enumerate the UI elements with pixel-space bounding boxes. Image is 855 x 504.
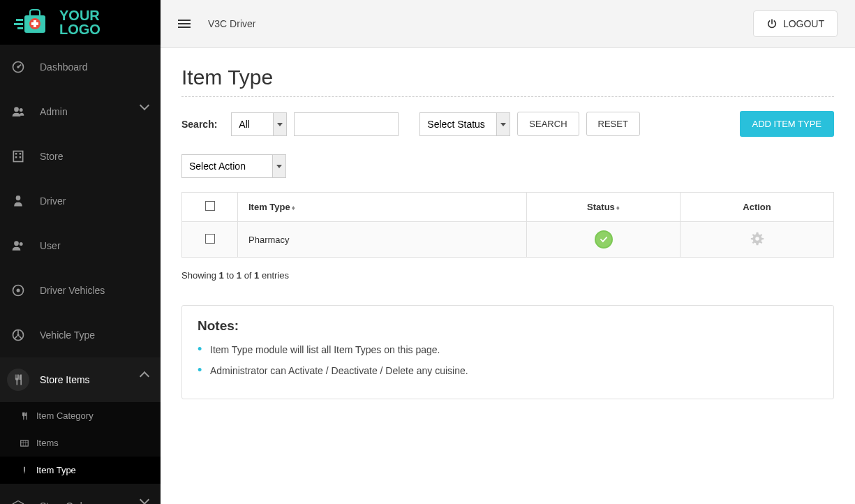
status-active-icon[interactable] <box>595 230 613 249</box>
cell-item-type: Pharmacy <box>238 222 527 258</box>
sidebar-item-label: Driver Vehicles <box>40 285 105 296</box>
svg-point-19 <box>14 241 19 246</box>
notes-title: Notes: <box>198 318 818 334</box>
building-icon <box>7 145 29 168</box>
sidebar-item-label: Store Orders <box>40 501 96 504</box>
col-status[interactable]: Status♦ <box>527 193 681 222</box>
utensils-small-icon <box>20 411 29 421</box>
row-checkbox[interactable] <box>205 234 215 244</box>
divider <box>181 96 834 97</box>
sidebar-item-label: Admin <box>40 106 68 117</box>
reset-button[interactable]: RESET <box>586 112 640 136</box>
users-icon <box>7 101 29 123</box>
search-row: Search: All Select Status SEARCH RESET A… <box>181 111 834 137</box>
bulk-action-select[interactable]: Select Action <box>181 154 286 178</box>
col-item-type[interactable]: Item Type♦ <box>238 193 527 222</box>
svg-line-26 <box>15 336 17 339</box>
driver-icon <box>7 190 29 212</box>
select-all-checkbox[interactable] <box>205 201 215 211</box>
utensils-icon <box>7 369 29 391</box>
table-row: Pharmacy <box>182 222 834 258</box>
sidebar-item-driver[interactable]: Driver <box>0 179 161 223</box>
knife-icon <box>20 466 29 475</box>
svg-rect-5 <box>14 23 23 25</box>
svg-point-22 <box>17 289 20 292</box>
svg-rect-13 <box>15 153 17 155</box>
sidebar-item-store[interactable]: Store <box>0 134 161 179</box>
sidebar-item-driver-vehicles[interactable]: Driver Vehicles <box>0 268 161 313</box>
col-action: Action <box>681 193 834 222</box>
add-item-type-button[interactable]: ADD ITEM TYPE <box>740 111 834 137</box>
svg-rect-28 <box>21 440 29 445</box>
svg-line-9 <box>18 65 21 67</box>
logo-text: YOUR LOGO <box>59 8 101 36</box>
sidebar-item-vehicle-type[interactable]: Vehicle Type <box>0 313 161 357</box>
sidebar-item-user[interactable]: User <box>0 223 161 268</box>
item-type-table: Item Type♦ Status♦ Action Pharmacy <box>181 192 834 258</box>
sidebar-item-store-orders[interactable]: Store Orders <box>0 484 161 504</box>
search-input[interactable] <box>294 112 399 136</box>
target-icon <box>7 279 29 302</box>
sidebar-item-label: Driver <box>40 195 66 207</box>
svg-rect-12 <box>13 151 22 162</box>
logo-icon <box>10 8 52 36</box>
svg-rect-6 <box>17 27 23 29</box>
sidebar: YOUR LOGO Dashboard Admin Store Driver U… <box>0 0 161 504</box>
sort-icon: ♦ <box>292 204 295 212</box>
page-title: Item Type <box>181 66 834 89</box>
svg-point-10 <box>14 107 19 112</box>
sidebar-item-label: Vehicle Type <box>40 329 95 341</box>
users-group-icon <box>7 235 29 257</box>
search-label: Search: <box>181 119 217 130</box>
sidebar-item-label: Store Items <box>40 374 90 385</box>
sidebar-item-store-items[interactable]: Store Items <box>0 357 161 402</box>
filter-field-select[interactable]: All <box>231 112 287 136</box>
sidebar-item-dashboard[interactable]: Dashboard <box>0 45 161 89</box>
svg-rect-15 <box>15 156 17 158</box>
svg-rect-16 <box>20 156 22 158</box>
steering-wheel-icon <box>7 324 29 346</box>
sidebar-item-label: Store <box>40 151 63 162</box>
note-item: Administrator can Activate / Deactivate … <box>198 365 818 376</box>
logout-button[interactable]: LOGOUT <box>753 10 838 37</box>
svg-rect-4 <box>16 19 23 21</box>
svg-point-20 <box>20 242 23 246</box>
svg-point-24 <box>17 334 19 336</box>
grid-icon <box>20 438 29 448</box>
menu-toggle-icon[interactable] <box>178 17 191 30</box>
svg-rect-18 <box>17 196 20 198</box>
svg-point-11 <box>20 108 23 112</box>
svg-point-34 <box>755 237 759 241</box>
status-select[interactable]: Select Status <box>419 112 510 136</box>
sidebar-subitem-items[interactable]: Items <box>0 429 161 457</box>
sidebar-item-label: User <box>40 240 61 251</box>
sidebar-subitem-label: Item Type <box>36 465 76 475</box>
logo-area[interactable]: YOUR LOGO <box>0 0 161 45</box>
sidebar-subitem-label: Items <box>36 438 59 448</box>
search-button[interactable]: SEARCH <box>517 112 579 136</box>
svg-rect-14 <box>20 153 22 155</box>
sidebar-item-admin[interactable]: Admin <box>0 89 161 134</box>
package-icon <box>7 495 29 504</box>
sort-icon: ♦ <box>616 204 620 212</box>
sidebar-subitem-item-category[interactable]: Item Category <box>0 402 161 429</box>
sidebar-subitem-item-type[interactable]: Item Type <box>0 457 161 484</box>
svg-rect-3 <box>31 22 38 25</box>
power-icon <box>766 18 778 29</box>
topbar: V3C Driver LOGOUT <box>161 0 855 48</box>
dashboard-icon <box>7 56 29 78</box>
gear-icon[interactable] <box>750 231 765 246</box>
sidebar-item-label: Dashboard <box>40 61 88 73</box>
main-content: V3C Driver LOGOUT Item Type Search: All … <box>161 0 855 504</box>
sidebar-subitem-label: Item Category <box>36 410 94 421</box>
svg-line-27 <box>20 336 22 339</box>
breadcrumb: V3C Driver <box>208 18 255 29</box>
note-item: Item Type module will list all Item Type… <box>198 344 818 355</box>
pagination-info: Showing 1 to 1 of 1 entries <box>181 270 834 281</box>
notes-box: Notes: Item Type module will list all It… <box>181 305 834 399</box>
